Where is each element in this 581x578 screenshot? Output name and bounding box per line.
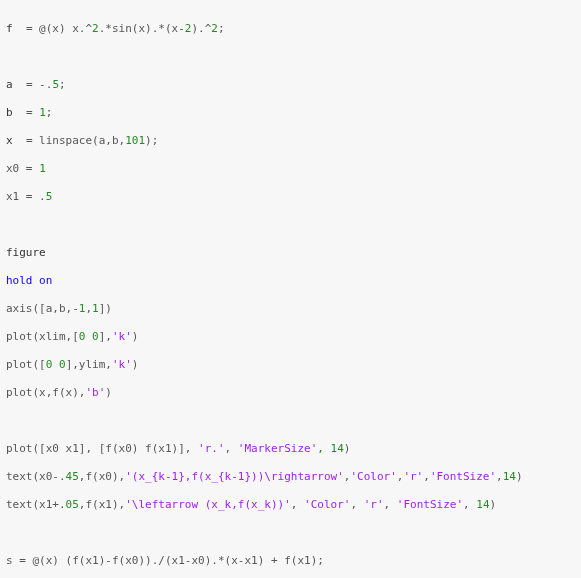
code-line: plot(x,f(x),'b') bbox=[6, 386, 575, 400]
code-line: plot([0 0],ylim,'k') bbox=[6, 358, 575, 372]
code-line bbox=[6, 218, 575, 232]
code-line: text(x1+.05,f(x1),'\leftarrow (x_k,f(x_k… bbox=[6, 498, 575, 512]
code-line: text(x0-.45,f(x0),'(x_{k-1},f(x_{k-1}))\… bbox=[6, 470, 575, 484]
code-line: plot([x0 x1], [f(x0) f(x1)], 'r.', 'Mark… bbox=[6, 442, 575, 456]
code-line: b = 1; bbox=[6, 106, 575, 120]
code-line: x0 = 1 bbox=[6, 162, 575, 176]
code-line bbox=[6, 414, 575, 428]
code-line: hold on bbox=[6, 274, 575, 288]
code-block: f = @(x) x.^2.*sin(x).*(x-2).^2; a = -.5… bbox=[0, 0, 581, 578]
code-line: f = @(x) x.^2.*sin(x).*(x-2).^2; bbox=[6, 22, 575, 36]
code-line: figure bbox=[6, 246, 575, 260]
code-line bbox=[6, 50, 575, 64]
code-line bbox=[6, 526, 575, 540]
code-line: s = @(x) (f(x1)-f(x0))./(x1-x0).*(x-x1) … bbox=[6, 554, 575, 568]
code-line: x = linspace(a,b,101); bbox=[6, 134, 575, 148]
code-line: axis([a,b,-1,1]) bbox=[6, 302, 575, 316]
code-line: x1 = .5 bbox=[6, 190, 575, 204]
code-line: a = -.5; bbox=[6, 78, 575, 92]
code-line: plot(xlim,[0 0],'k') bbox=[6, 330, 575, 344]
